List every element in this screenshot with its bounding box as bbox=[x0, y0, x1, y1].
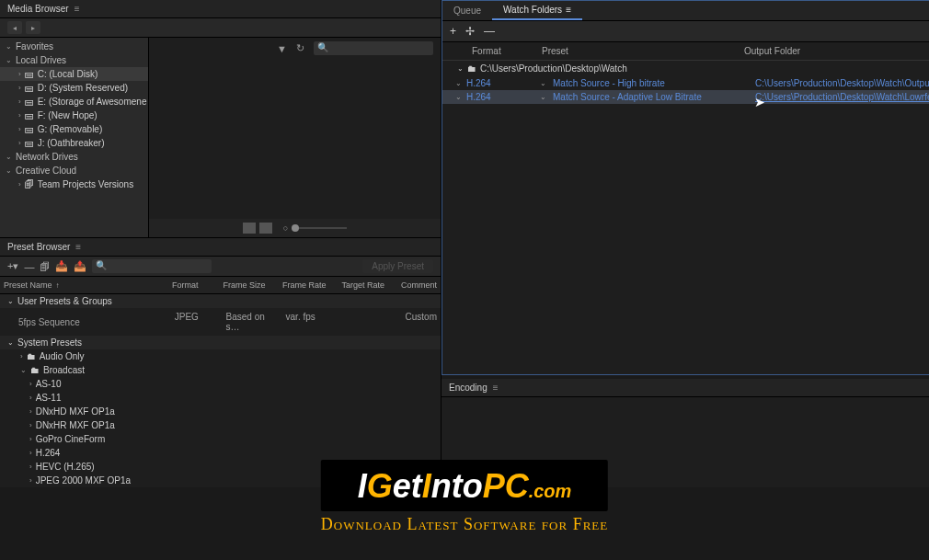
preset-item[interactable]: ›AS-11 bbox=[0, 391, 441, 405]
preset-browser-title: Preset Browser bbox=[7, 242, 70, 252]
media-viewer bbox=[149, 59, 441, 219]
add-format-button[interactable]: ✢ bbox=[465, 25, 475, 38]
chevron-down-icon[interactable]: ⌄ bbox=[450, 79, 466, 87]
preset-search-input[interactable] bbox=[92, 259, 212, 273]
preset-item[interactable]: ›AS-10 bbox=[0, 377, 441, 391]
format-link[interactable]: H.264 bbox=[466, 92, 540, 102]
media-filter-bar: ▼ ↻ 🔍 bbox=[149, 38, 441, 59]
preset-link[interactable]: Match Source - Adaptive Low Bitrate bbox=[553, 92, 755, 102]
refresh-icon[interactable]: ↻ bbox=[296, 42, 304, 54]
system-presets-group[interactable]: ⌄System Presets bbox=[0, 336, 441, 349]
drive-icon: 🖴 bbox=[25, 97, 34, 107]
tab-queue[interactable]: Queue bbox=[442, 1, 492, 20]
cloud-icon: 🗐 bbox=[25, 179, 34, 189]
apply-preset-button[interactable]: Apply Preset bbox=[362, 259, 433, 273]
output-link[interactable]: C:\Users\Production\Desktop\Watch\Output… bbox=[755, 78, 929, 88]
watch-folders-columns: Format Preset Output Folder bbox=[442, 42, 929, 61]
user-presets-group[interactable]: ⌄User Presets & Groups bbox=[0, 294, 441, 308]
media-browser-panel: Media Browser ≡ ◂ ▸ ⌄Favorites ⌄Local Dr… bbox=[0, 0, 441, 237]
remove-button[interactable]: — bbox=[484, 25, 495, 38]
export-preset-button[interactable]: 📤 bbox=[74, 260, 86, 272]
list-view-button[interactable] bbox=[243, 223, 256, 234]
media-viewbar: ○ bbox=[149, 219, 441, 237]
preset-toolbar: +▾ — 🗐 📥 📤 🔍 Apply Preset bbox=[0, 257, 441, 277]
watermark-subtitle: Download Latest Software for Free bbox=[321, 515, 608, 534]
col-output[interactable]: Output Folder bbox=[744, 46, 800, 56]
drive-icon: 🖴 bbox=[25, 138, 34, 148]
drive-d[interactable]: ›🖴D: (System Reserved) bbox=[0, 81, 148, 95]
add-preset-button[interactable]: +▾ bbox=[7, 260, 18, 272]
col-preset-name[interactable]: Preset Name↑ bbox=[0, 279, 168, 291]
preset-link[interactable]: Match Source - High bitrate bbox=[553, 78, 755, 88]
col-preset[interactable]: Preset bbox=[542, 46, 744, 56]
preset-item[interactable]: ›GoPro CineForm bbox=[0, 432, 441, 446]
drive-f[interactable]: ›🖴F: (New Hope) bbox=[0, 109, 148, 122]
preset-browser-panel: Preset Browser ≡ +▾ — 🗐 📥 📤 🔍 Apply Pres… bbox=[0, 237, 441, 487]
col-format[interactable]: Format bbox=[450, 46, 542, 56]
drive-j[interactable]: ›🖴J: (Oathbreaker) bbox=[0, 136, 148, 150]
network-drives-section[interactable]: ⌄Network Drives bbox=[0, 150, 148, 164]
watch-output-row[interactable]: ⌄ H.264 ⌄ Match Source - Adaptive Low Bi… bbox=[442, 90, 929, 104]
nav-forward-button[interactable]: ▸ bbox=[26, 21, 40, 34]
import-preset-button[interactable]: 📥 bbox=[55, 260, 68, 272]
drive-icon: 🖴 bbox=[25, 69, 34, 79]
media-search-input[interactable] bbox=[314, 41, 433, 55]
panel-menu-icon[interactable]: ≡ bbox=[75, 4, 80, 14]
col-frame-rate[interactable]: Frame Rate bbox=[279, 279, 338, 291]
output-link[interactable]: C:\Users\Production\Desktop\Watch\Lowrfe… bbox=[755, 92, 929, 102]
drive-e[interactable]: ›🖴E: (Storage of Awesomene bbox=[0, 95, 148, 109]
broadcast-group[interactable]: ⌄🖿Broadcast bbox=[0, 363, 441, 377]
watch-output-row[interactable]: ⌄ H.264 ⌄ Match Source - High bitrate C:… bbox=[442, 76, 929, 90]
preset-browser-header: Preset Browser ≡ bbox=[0, 238, 441, 257]
folder-icon: 🖿 bbox=[467, 63, 476, 74]
panel-menu-icon[interactable]: ≡ bbox=[566, 5, 571, 15]
preset-row[interactable]: 5fps Sequence JPEG Based on s… var. fps … bbox=[0, 308, 441, 336]
drive-icon: 🖴 bbox=[25, 124, 34, 134]
col-frame-size[interactable]: Frame Size bbox=[219, 279, 279, 291]
favorites-section[interactable]: ⌄Favorites bbox=[0, 40, 148, 53]
media-browser-toolbar: ◂ ▸ bbox=[0, 18, 441, 38]
local-drives-section[interactable]: ⌄Local Drives bbox=[0, 53, 148, 67]
panel-menu-icon[interactable]: ≡ bbox=[75, 242, 81, 252]
zoom-out-icon[interactable]: ○ bbox=[283, 223, 288, 233]
panel-menu-icon[interactable]: ≡ bbox=[493, 383, 499, 393]
media-browser-tree[interactable]: ⌄Favorites ⌄Local Drives ›🖴C: (Local Dis… bbox=[0, 38, 149, 237]
media-browser-title: Media Browser bbox=[7, 4, 69, 14]
search-icon: 🔍 bbox=[317, 42, 328, 52]
col-format[interactable]: Format bbox=[168, 279, 219, 291]
team-projects-item[interactable]: ›🗐Team Projects Versions bbox=[0, 177, 148, 191]
tab-watch-folders[interactable]: Watch Folders≡ bbox=[492, 1, 582, 20]
preset-item[interactable]: ›DNxHR MXF OP1a bbox=[0, 418, 441, 432]
zoom-slider[interactable] bbox=[292, 227, 347, 229]
watch-folder-path[interactable]: ⌄🖿C:\Users\Production\Desktop\Watch bbox=[442, 61, 929, 76]
audio-only-group[interactable]: ›🖿Audio Only bbox=[0, 349, 441, 363]
filter-icon[interactable]: ▼ bbox=[277, 43, 287, 54]
watch-folders-toolbar: + ✢ — bbox=[442, 21, 929, 42]
search-icon: 🔍 bbox=[96, 260, 107, 270]
remove-preset-button[interactable]: — bbox=[24, 261, 34, 272]
chevron-down-icon[interactable]: ⌄ bbox=[540, 79, 553, 87]
drive-icon: 🖴 bbox=[25, 110, 34, 120]
col-comment[interactable]: Comment bbox=[397, 279, 441, 291]
media-browser-header: Media Browser ≡ bbox=[0, 0, 441, 18]
watermark-overlay: IGetIntoPC.com Download Latest Software … bbox=[321, 460, 608, 534]
watermark-logo: IGetIntoPC.com bbox=[339, 467, 590, 506]
thumbnail-view-button[interactable] bbox=[259, 223, 272, 234]
chevron-down-icon[interactable]: ⌄ bbox=[540, 93, 553, 101]
drive-icon: 🖴 bbox=[25, 83, 34, 93]
preset-item[interactable]: ›DNxHD MXF OP1a bbox=[0, 405, 441, 418]
add-folder-button[interactable]: + bbox=[450, 25, 456, 38]
creative-cloud-section[interactable]: ⌄Creative Cloud bbox=[0, 164, 148, 177]
drive-g[interactable]: ›🖴G: (Removable) bbox=[0, 122, 148, 136]
drive-c[interactable]: ›🖴C: (Local Disk) bbox=[0, 67, 148, 81]
nav-back-button[interactable]: ◂ bbox=[7, 21, 22, 34]
watch-folders-panel: Queue Watch Folders≡ + ✢ — Format Preset… bbox=[442, 0, 929, 375]
tabs-bar: Queue Watch Folders≡ bbox=[442, 1, 929, 21]
preset-item[interactable]: ›H.264 bbox=[0, 446, 441, 460]
folder-icon: 🖿 bbox=[27, 351, 36, 361]
format-link[interactable]: H.264 bbox=[466, 78, 540, 88]
col-target-rate[interactable]: Target Rate bbox=[338, 279, 397, 291]
encoding-title: Encoding bbox=[449, 383, 487, 393]
chevron-down-icon[interactable]: ⌄ bbox=[450, 93, 466, 101]
duplicate-preset-button[interactable]: 🗐 bbox=[40, 261, 50, 272]
